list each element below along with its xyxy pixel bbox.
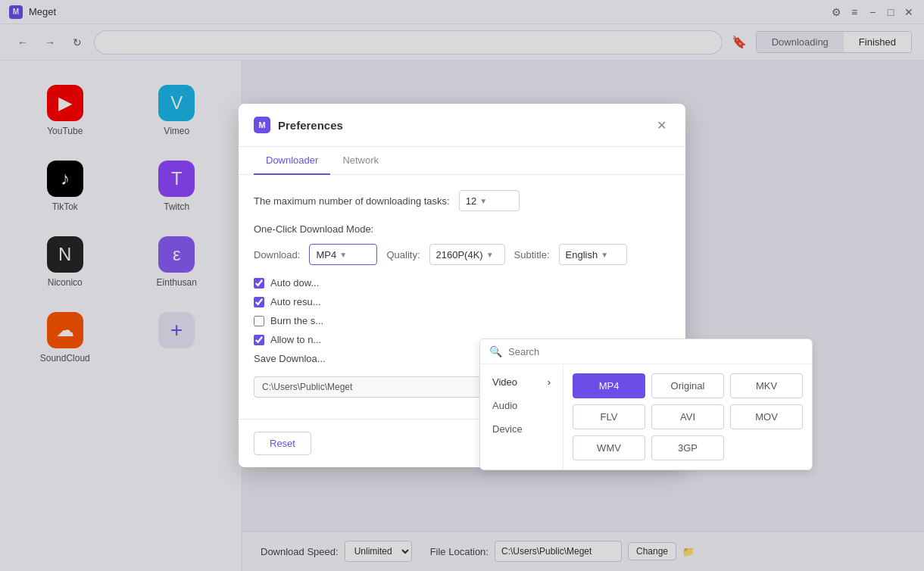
checkbox-burn-subtitle: Burn the s... (254, 315, 670, 326)
format-body: Video › Audio Device MP4 Original MKV FL… (480, 364, 812, 470)
subtitle-field-label: Subtitle: (514, 249, 550, 261)
max-tasks-select[interactable]: 12 ▼ (459, 190, 520, 211)
format-mov[interactable]: MOV (730, 404, 803, 429)
category-audio[interactable]: Audio (480, 394, 563, 417)
burn-subtitle-label: Burn the s... (270, 315, 323, 326)
download-field-label: Download: (254, 249, 300, 261)
subtitle-arrow: ▼ (601, 251, 608, 259)
allow-m-checkbox[interactable] (254, 335, 264, 345)
format-search-input[interactable] (508, 346, 803, 357)
format-original[interactable]: Original (651, 373, 724, 398)
auto-download-label: Auto dow... (270, 277, 319, 289)
burn-subtitle-checkbox[interactable] (254, 316, 264, 326)
format-3gp[interactable]: 3GP (651, 435, 724, 460)
format-search-bar: 🔍 (480, 339, 812, 364)
format-options: MP4 Original MKV FLV AVI MOV WMV 3GP (563, 364, 812, 470)
quality-field-label: Quality: (386, 249, 420, 261)
format-dropdown[interactable]: MP4 ▼ (309, 244, 377, 265)
dialog-title: Preferences (278, 119, 645, 132)
max-tasks-row: The maximum number of downloading tasks:… (254, 190, 670, 211)
preferences-dialog: M Preferences ✕ Downloader Network The m… (239, 104, 685, 467)
format-wmv[interactable]: WMV (573, 435, 645, 460)
download-quality-row: Download: MP4 ▼ Quality: 2160P(4K) ▼ Sub… (254, 244, 670, 265)
reset-button[interactable]: Reset (254, 432, 311, 455)
quality-arrow: ▼ (486, 251, 494, 259)
tab-downloader[interactable]: Downloader (254, 147, 330, 175)
format-arrow: ▼ (339, 251, 347, 259)
modal-overlay: M Preferences ✕ Downloader Network The m… (0, 0, 924, 571)
format-popup: 🔍 Video › Audio Device MP (479, 339, 813, 470)
tab-network[interactable]: Network (330, 147, 391, 175)
video-arrow: › (548, 376, 551, 388)
checkbox-auto-resume: Auto resu... (254, 296, 670, 307)
format-flv[interactable]: FLV (573, 404, 645, 429)
format-mp4[interactable]: MP4 (573, 373, 645, 398)
category-video[interactable]: Video › (480, 370, 563, 394)
dialog-logo: M (254, 117, 270, 133)
dialog-tabs: Downloader Network (239, 147, 685, 175)
max-tasks-arrow: ▼ (479, 197, 487, 205)
dialog-close-button[interactable]: ✕ (652, 116, 670, 134)
auto-resume-label: Auto resu... (270, 296, 320, 307)
format-mkv[interactable]: MKV (730, 373, 803, 398)
auto-download-checkbox[interactable] (254, 278, 264, 289)
quality-dropdown[interactable]: 2160P(4K) ▼ (429, 244, 505, 265)
format-avi[interactable]: AVI (651, 404, 724, 429)
auto-resume-checkbox[interactable] (254, 297, 264, 307)
save-location-label: Save Downloa... (254, 353, 326, 364)
max-tasks-label: The maximum number of downloading tasks: (254, 195, 450, 207)
format-categories: Video › Audio Device (480, 364, 563, 470)
subtitle-dropdown[interactable]: English ▼ (559, 244, 627, 265)
category-device[interactable]: Device (480, 417, 563, 441)
checkbox-auto-download: Auto dow... (254, 277, 670, 289)
dialog-header: M Preferences ✕ (239, 104, 685, 147)
search-icon: 🔍 (489, 345, 502, 357)
one-click-label: One-Click Download Mode: (254, 223, 670, 235)
allow-m-label: Allow to n... (270, 334, 321, 345)
